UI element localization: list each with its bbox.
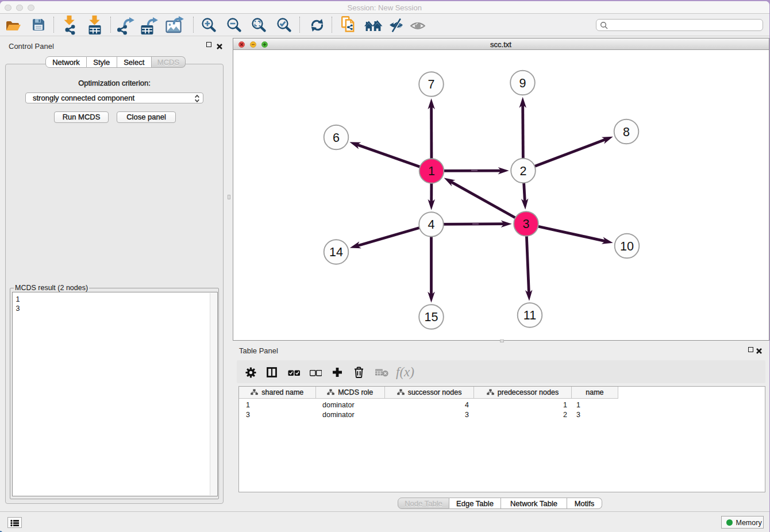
svg-text:4: 4 [428,218,434,232]
svg-text:15: 15 [424,310,438,324]
svg-text:11: 11 [523,309,536,322]
svg-text:8: 8 [623,125,630,139]
svg-text:3: 3 [522,217,529,231]
svg-text:14: 14 [329,245,343,259]
svg-text:7: 7 [428,78,434,91]
svg-text:10: 10 [620,240,634,253]
svg-text:2: 2 [519,164,526,178]
svg-text:9: 9 [519,76,526,90]
svg-text:6: 6 [333,131,340,145]
svg-text:1: 1 [428,164,435,178]
